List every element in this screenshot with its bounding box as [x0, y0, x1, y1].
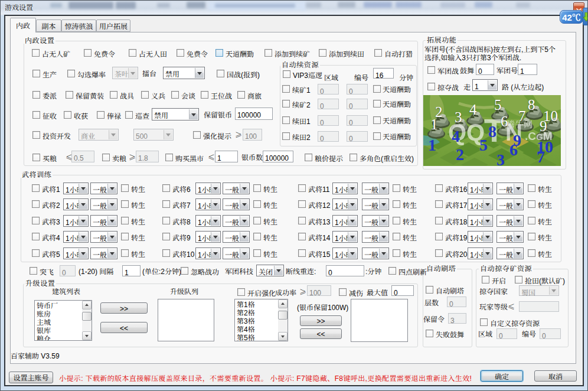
svg-text:7: 7: [518, 108, 526, 124]
svg-text:1: 1: [428, 136, 436, 154]
svg-text:2: 2: [456, 145, 464, 164]
svg-text:8: 8: [528, 97, 535, 113]
svg-text:8: 8: [488, 122, 496, 141]
svg-text:3: 3: [496, 151, 505, 166]
svg-text:2: 2: [435, 104, 443, 120]
svg-text:10: 10: [537, 138, 553, 156]
svg-text:9: 9: [513, 131, 521, 149]
svg-text:10: 10: [543, 108, 558, 124]
svg-text:5: 5: [494, 97, 502, 113]
svg-text:3: 3: [455, 109, 462, 125]
svg-text:5: 5: [479, 136, 488, 154]
svg-text:6: 6: [501, 113, 508, 129]
svg-text:4: 4: [469, 102, 477, 118]
svg-text:4: 4: [452, 127, 460, 145]
